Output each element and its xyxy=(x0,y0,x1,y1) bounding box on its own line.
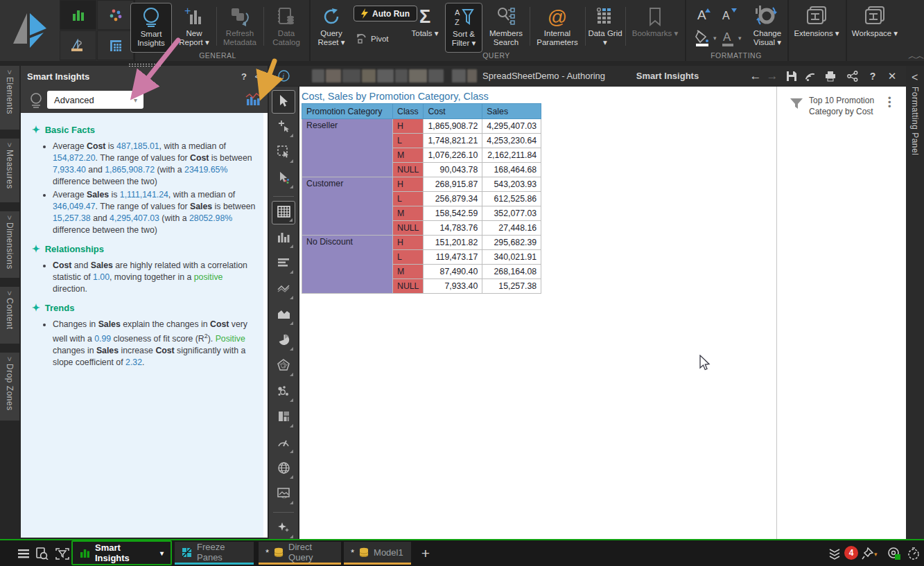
table-row[interactable]: CustomerH268,915.87543,203.93 xyxy=(302,177,541,192)
panel-help-icon[interactable]: ? xyxy=(241,71,247,82)
sidebar-tab-elements[interactable]: >Elements xyxy=(0,66,19,130)
table-header-cost[interactable]: Cost xyxy=(424,104,482,119)
radar-chart-visual-button[interactable] xyxy=(272,355,295,378)
sales-cell[interactable]: 4,253,230.64 xyxy=(482,134,541,148)
timer-icon[interactable] xyxy=(905,545,922,562)
class-cell[interactable]: L xyxy=(393,134,424,148)
bottom-tab-direct-query[interactable]: *Direct Query xyxy=(259,542,341,565)
sales-cell[interactable]: 543,203.93 xyxy=(482,177,541,192)
share-icon[interactable] xyxy=(844,66,861,86)
category-cell[interactable]: No Discount xyxy=(302,236,393,294)
sales-cell[interactable]: 27,448.16 xyxy=(482,221,541,236)
bottom-tab-smart-insights[interactable]: Smart Insights▾ xyxy=(71,540,172,565)
sales-cell[interactable]: 2,162,211.84 xyxy=(482,148,541,163)
ai-visual-button[interactable] xyxy=(272,517,295,540)
notification-badge[interactable]: 4 xyxy=(844,546,858,560)
class-cell[interactable]: M xyxy=(393,265,424,279)
pin-icon[interactable] xyxy=(860,545,875,562)
area-chart-visual-button[interactable] xyxy=(272,303,295,327)
menu-icon[interactable] xyxy=(15,545,32,562)
internal-parameters-button[interactable]: @ Internal Parameters xyxy=(531,3,584,53)
sales-cell[interactable]: 352,077.03 xyxy=(482,206,541,221)
layer-filter-icon[interactable] xyxy=(826,545,843,562)
select-pointer-button[interactable] xyxy=(272,90,295,114)
save-icon[interactable] xyxy=(783,66,800,86)
insight-mode-dropdown[interactable]: Advanced ▾ xyxy=(47,91,143,109)
add-element-pointer-button[interactable] xyxy=(272,116,295,139)
info-icon[interactable]: i xyxy=(276,66,291,86)
class-cell[interactable]: L xyxy=(393,192,424,206)
label-visual-button[interactable] xyxy=(272,252,295,276)
auto-run-button[interactable]: Auto Run xyxy=(354,6,417,21)
table-header-promotion-category[interactable]: Promotion Category xyxy=(302,104,393,119)
category-cell[interactable]: Customer xyxy=(302,177,393,236)
view-datacube-button[interactable] xyxy=(97,30,134,60)
panel-collapse-icon[interactable]: < xyxy=(254,71,260,82)
record-status-icon[interactable] xyxy=(886,545,903,562)
formatting-panel-label[interactable]: Formatting Panel xyxy=(910,87,920,155)
class-cell[interactable]: NULL xyxy=(393,221,424,236)
line-chart-visual-button[interactable] xyxy=(272,278,295,301)
workspace-button[interactable]: Workspace ▾ xyxy=(848,3,901,53)
sort-filter-button[interactable]: AZ Sort & Filter ▾ xyxy=(445,3,482,53)
cost-cell[interactable]: 1,865,908.72 xyxy=(424,119,482,134)
class-cell[interactable]: NULL xyxy=(393,279,424,294)
class-cell[interactable]: H xyxy=(393,236,424,250)
change-visual-button[interactable]: Change Visual ▾ xyxy=(749,29,786,47)
sales-cell[interactable]: 295,682.39 xyxy=(482,236,541,250)
visual-style-button[interactable] xyxy=(750,4,778,29)
class-cell[interactable]: NULL xyxy=(393,163,424,177)
decrease-font-button[interactable]: A xyxy=(720,6,740,24)
table-header-class[interactable]: Class xyxy=(393,104,424,119)
class-cell[interactable]: H xyxy=(393,119,424,134)
sales-cell[interactable]: 340,021.91 xyxy=(482,250,541,265)
cost-cell[interactable]: 268,915.87 xyxy=(424,177,482,192)
class-cell[interactable]: M xyxy=(393,206,424,221)
cost-cell[interactable]: 1,748,821.21 xyxy=(424,134,482,148)
pivot-button[interactable]: Pivot xyxy=(356,33,389,44)
cost-cell[interactable]: 7,933.40 xyxy=(424,279,482,294)
tab-caret-icon[interactable]: ▾ xyxy=(160,549,164,557)
data-pointer-button[interactable] xyxy=(272,167,295,191)
view-slideshow-button[interactable] xyxy=(97,0,134,30)
treemap-visual-button[interactable] xyxy=(272,406,295,430)
checked-out-items-icon[interactable] xyxy=(33,545,50,562)
sidebar-tab-measures[interactable]: >Measures xyxy=(0,139,19,202)
cost-cell[interactable]: 119,473.17 xyxy=(424,250,482,265)
sales-cell[interactable]: 612,525.86 xyxy=(482,192,541,206)
design-canvas[interactable]: Cost, Sales by Promotion Category, Class… xyxy=(299,87,776,539)
class-cell[interactable]: H xyxy=(393,177,424,192)
cost-cell[interactable]: 158,542.59 xyxy=(424,206,482,221)
bar-chart-visual-button[interactable] xyxy=(272,227,295,250)
view-filter-icon[interactable] xyxy=(54,545,71,562)
panel-drag-handle[interactable] xyxy=(128,63,161,67)
image-visual-button[interactable]: <> xyxy=(272,483,295,506)
scatter-chart-visual-button[interactable] xyxy=(272,380,295,404)
pie-chart-visual-button[interactable] xyxy=(272,329,295,353)
sales-cell[interactable]: 168,464.68 xyxy=(482,163,541,177)
sidebar-tab-drop-zones[interactable]: >Drop Zones xyxy=(0,353,19,421)
bottom-tab-model1[interactable]: *Model1 xyxy=(344,542,411,565)
refresh-metadata-button[interactable]: Refresh Metadata xyxy=(218,3,262,53)
cost-cell[interactable]: 1,076,226.10 xyxy=(424,148,482,163)
pin-options-caret-icon[interactable]: ▾ xyxy=(874,551,878,558)
query-reset-button[interactable]: Query Reset ▾ xyxy=(312,3,351,53)
category-cell[interactable]: Reseller xyxy=(302,119,393,177)
add-tab-button[interactable]: + xyxy=(417,545,434,562)
cost-cell[interactable]: 256,879.34 xyxy=(424,192,482,206)
bookmarks-button[interactable]: Bookmarks ▾ xyxy=(628,3,682,53)
new-report-button[interactable]: + New Report ▾ xyxy=(175,3,213,53)
view-dashboard-button[interactable] xyxy=(60,0,96,30)
smart-insights-button[interactable]: Smart Insights xyxy=(130,3,172,53)
sales-cell[interactable]: 4,295,407.03 xyxy=(482,119,541,134)
help-icon[interactable]: ? xyxy=(865,66,880,86)
cost-cell[interactable]: 14,783.76 xyxy=(424,221,482,236)
back-icon[interactable]: ← xyxy=(747,66,764,86)
class-cell[interactable]: L xyxy=(393,250,424,265)
sales-cell[interactable]: 268,164.08 xyxy=(482,265,541,279)
cost-cell[interactable]: 90,043.78 xyxy=(424,163,482,177)
data-grid-button[interactable]: Data Grid ▾ xyxy=(588,3,622,53)
sidebar-tab-content[interactable]: >Content xyxy=(0,287,19,344)
totals-button[interactable]: Σ Totals ▾ xyxy=(409,3,441,53)
font-color-button[interactable]: A ▾ xyxy=(721,29,742,47)
